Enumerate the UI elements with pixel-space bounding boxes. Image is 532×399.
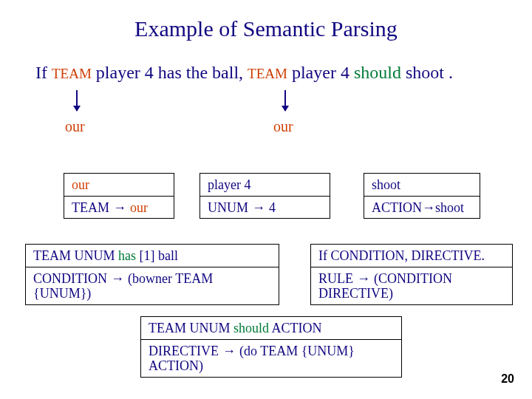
box-b-rhs: 4 bbox=[269, 200, 276, 215]
box-e-lhs: RULE bbox=[318, 271, 353, 286]
word-4-2: 4 bbox=[341, 63, 349, 82]
box-f-lhs: DIRECTIVE bbox=[149, 344, 219, 358]
arrow-right-icon: → bbox=[107, 271, 128, 286]
slide: Example of Semantic Parsing If TEAM play… bbox=[0, 0, 532, 399]
word-player-1: player bbox=[96, 63, 140, 82]
arrow-right-icon: → bbox=[219, 344, 239, 358]
arrow-right-icon: → bbox=[422, 200, 435, 215]
page-number: 20 bbox=[501, 372, 514, 386]
word-player-2: player bbox=[292, 63, 336, 82]
word-shoot: shoot bbox=[406, 63, 444, 82]
rule-box-rule: If CONDITION, DIRECTIVE. RULE → (CONDITI… bbox=[310, 244, 513, 305]
rule-box-action: shoot ACTION→shoot bbox=[364, 173, 480, 219]
rule-box-condition: TEAM UNUM has [1] ball CONDITION → (bown… bbox=[25, 244, 279, 305]
arrow-right-icon: → bbox=[353, 271, 374, 286]
word-ball: ball, bbox=[212, 63, 243, 82]
rule-box-unum: player 4 UNUM → 4 bbox=[200, 173, 330, 219]
word-period: . bbox=[449, 63, 453, 82]
box-c-top: shoot bbox=[372, 177, 400, 192]
tag-team-2: TEAM bbox=[248, 66, 287, 81]
box-a-top: our bbox=[72, 177, 89, 192]
box-b-lhs: UNUM bbox=[208, 200, 248, 215]
box-f-top-pre: TEAM UNUM bbox=[149, 321, 233, 335]
box-d-top-has: has bbox=[118, 248, 136, 263]
box-f-top-post: ACTION bbox=[269, 321, 322, 335]
box-d-lhs: CONDITION bbox=[33, 271, 107, 286]
box-d-top-pre: TEAM UNUM bbox=[33, 248, 118, 263]
label-our-1: our bbox=[65, 118, 85, 135]
box-e-top: If CONDITION, DIRECTIVE. bbox=[318, 248, 485, 263]
tag-team-1: TEAM bbox=[52, 66, 92, 81]
word-has: has bbox=[158, 63, 182, 82]
word-4-1: 4 bbox=[145, 63, 154, 82]
arrow-down-icon bbox=[76, 90, 78, 111]
box-d-top-post: [1] ball bbox=[136, 248, 178, 263]
rule-box-team: our TEAM → our bbox=[64, 173, 174, 219]
box-c-lhs: ACTION bbox=[372, 200, 422, 215]
arrow-right-icon: → bbox=[248, 200, 269, 215]
word-the: the bbox=[186, 63, 208, 82]
label-our-2: our bbox=[273, 118, 293, 135]
box-b-top: player 4 bbox=[208, 177, 250, 192]
box-a-rhs: our bbox=[130, 200, 148, 215]
example-sentence: If TEAM player 4 has the ball, TEAM play… bbox=[35, 63, 453, 83]
box-c-rhs: shoot bbox=[435, 200, 464, 215]
word-if: If bbox=[35, 63, 47, 82]
arrow-down-icon bbox=[284, 90, 286, 111]
box-f-top-should: should bbox=[233, 321, 269, 335]
slide-title: Example of Semantic Parsing bbox=[0, 16, 532, 41]
arrow-right-icon: → bbox=[109, 200, 130, 215]
rule-box-directive: TEAM UNUM should ACTION DIRECTIVE → (do … bbox=[140, 316, 402, 378]
box-a-lhs: TEAM bbox=[72, 200, 109, 215]
word-should: should bbox=[354, 63, 401, 82]
